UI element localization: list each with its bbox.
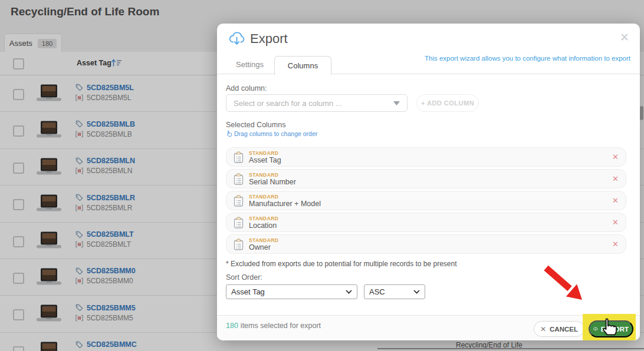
- sort-direction-select[interactable]: ASC: [364, 284, 425, 299]
- column-name-label: Location: [249, 221, 278, 230]
- selected-columns-label: Selected Columns: [226, 121, 285, 129]
- add-column-button[interactable]: + ADD COLUMN: [416, 94, 479, 112]
- clipboard-icon: [234, 239, 244, 250]
- selected-column-item[interactable]: STANDARD Asset Tag ✕: [226, 147, 626, 167]
- items-selected-count: 180: [226, 322, 238, 330]
- column-type-label: STANDARD: [249, 216, 278, 221]
- close-icon[interactable]: ✕: [620, 32, 629, 43]
- sort-order-label: Sort Order:: [226, 273, 262, 282]
- clipboard-icon: [234, 217, 244, 229]
- tab-settings[interactable]: Settings: [236, 60, 264, 69]
- modal-title: Export: [250, 31, 288, 47]
- add-column-select[interactable]: Select or search for a column ...: [226, 94, 408, 112]
- items-selected-suffix: items selected for export: [241, 322, 321, 330]
- column-name-label: Owner: [249, 243, 278, 251]
- items-selected-text: 180items selected for export: [226, 322, 321, 330]
- selected-columns-list: STANDARD Asset Tag ✕ STANDARD Serial Num…: [226, 147, 626, 256]
- selected-column-item[interactable]: STANDARD Serial Number ✕: [226, 169, 626, 188]
- selected-column-item[interactable]: STANDARD Owner ✕: [226, 234, 626, 254]
- cancel-x-icon: ✕: [540, 325, 546, 333]
- clipboard-icon: [234, 151, 244, 163]
- cloud-download-icon: [593, 325, 598, 333]
- remove-column-icon[interactable]: ✕: [612, 218, 619, 227]
- add-column-placeholder: Select or search for a column ...: [234, 99, 393, 108]
- column-name-label: Asset Tag: [249, 156, 281, 164]
- remove-column-icon[interactable]: ✕: [612, 174, 619, 183]
- sort-direction-value: ASC: [369, 287, 413, 296]
- cancel-button-label: CANCEL: [550, 326, 578, 333]
- column-name-label: Serial Number: [249, 178, 296, 186]
- drag-hand-icon: [226, 130, 232, 137]
- cancel-button[interactable]: ✕ CANCEL: [534, 321, 584, 337]
- chevron-down-icon: [393, 101, 400, 105]
- modal-header: Export: [229, 31, 288, 47]
- column-text: STANDARD Manufacturer + Model: [249, 194, 321, 208]
- selected-column-item[interactable]: STANDARD Location ✕: [226, 213, 626, 232]
- screen: Recycling/End of Life Room Assets 180 As…: [0, 0, 644, 351]
- clipboard-icon: [234, 195, 244, 207]
- column-text: STANDARD Owner: [249, 237, 278, 251]
- column-text: STANDARD Location: [249, 216, 278, 230]
- column-name-label: Manufacturer + Model: [249, 200, 321, 208]
- sort-field-select[interactable]: Asset Tag: [226, 284, 357, 299]
- cloud-download-icon: [229, 31, 245, 47]
- column-type-label: STANDARD: [249, 237, 278, 243]
- chevron-down-icon: [413, 290, 420, 294]
- exclusion-note: * Excluded from exports due to potential…: [226, 260, 457, 268]
- remove-column-icon[interactable]: ✕: [612, 240, 619, 249]
- remove-column-icon[interactable]: ✕: [612, 196, 619, 205]
- chevron-down-icon: [346, 290, 352, 294]
- drag-columns-hint: Drag columns to change order: [226, 130, 317, 137]
- column-text: STANDARD Asset Tag: [249, 150, 281, 164]
- export-wizard-hint: This export wizard allows you to configu…: [425, 55, 630, 62]
- remove-column-icon[interactable]: ✕: [612, 153, 619, 161]
- selected-column-item[interactable]: STANDARD Manufacturer + Model ✕: [226, 191, 626, 210]
- column-text: STANDARD Serial Number: [249, 172, 296, 186]
- clipboard-icon: [234, 173, 244, 185]
- column-type-label: STANDARD: [249, 150, 281, 156]
- sort-field-value: Asset Tag: [231, 287, 346, 296]
- drag-columns-hint-text: Drag columns to change order: [234, 130, 317, 137]
- mouse-cursor: [599, 317, 617, 337]
- red-arrow-annotation: [528, 260, 593, 307]
- add-column-label: Add column:: [226, 84, 267, 92]
- column-type-label: STANDARD: [249, 172, 296, 178]
- tab-columns[interactable]: Columns: [274, 56, 331, 75]
- column-type-label: STANDARD: [249, 194, 321, 200]
